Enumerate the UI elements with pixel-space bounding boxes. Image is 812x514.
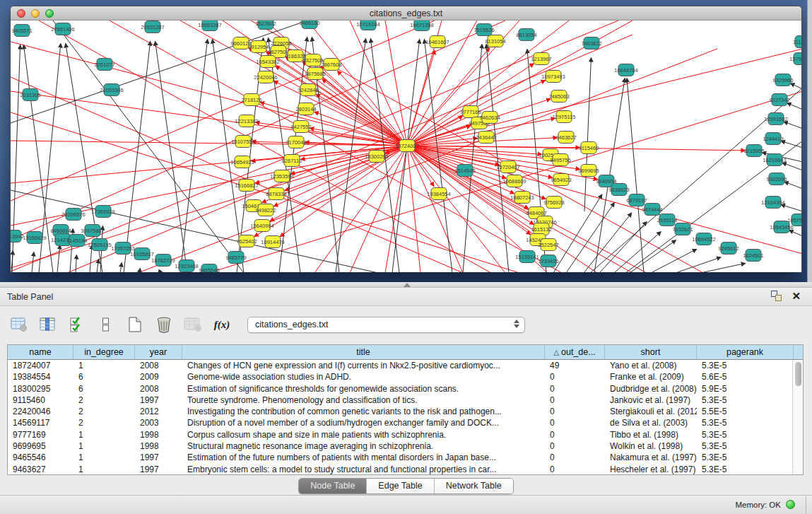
network-node[interactable]: 2436447 [476,132,496,144]
table-mode-button[interactable] [10,315,28,334]
network-edge[interactable] [787,103,801,110]
network-node[interactable]: 9115460 [579,142,599,154]
network-edge[interactable] [385,146,407,272]
network-node[interactable]: 1527602 [255,21,276,30]
table-row[interactable]: 946554611997Estimation of the future num… [8,452,803,463]
show-columns-button[interactable] [39,315,57,334]
network-node[interactable]: 12093582 [764,113,787,125]
network-node[interactable]: 20206576 [61,209,85,221]
network-node[interactable]: 9466160 [299,21,319,29]
network-node[interactable]: 9329966 [772,74,793,86]
vertical-scrollbar[interactable] [792,360,803,474]
network-node[interactable]: 15135141 [515,251,539,263]
network-edge[interactable] [407,146,745,151]
network-node[interactable]: 7463822 [581,37,601,49]
network-node[interactable]: 9170048 [286,136,306,148]
network-edge[interactable] [139,269,140,272]
column-header-out_de[interactable]: △out_de... [545,345,605,359]
network-edge[interactable] [385,21,407,146]
network-node[interactable]: 9227342 [769,94,789,106]
network-node[interactable]: 7625402 [236,235,257,247]
network-node[interactable]: 1514545 [454,165,475,177]
network-edge[interactable] [700,264,745,272]
network-node[interactable]: 9465546 [199,264,219,273]
network-node[interactable]: 7632621 [672,223,693,235]
network-node[interactable]: 9474444 [642,204,662,216]
column-header-short[interactable]: short [605,345,697,359]
table-row[interactable]: 969969511998Structural magnetic resonanc… [8,440,803,452]
network-edge[interactable] [155,42,187,272]
scrollbar-thumb[interactable] [795,362,801,386]
network-edge[interactable] [120,263,122,272]
table-row[interactable]: 977716911998Corpus callosum shape and si… [8,429,803,440]
network-node[interactable]: 20531287 [141,21,164,33]
tab-edge-table[interactable]: Edge Table [367,479,434,493]
network-edge[interactable] [784,182,801,189]
network-node[interactable]: 8427552 [290,121,311,133]
network-node[interactable]: 9912954 [248,41,269,53]
divider-grip-icon[interactable] [404,283,411,287]
new-column-button[interactable] [126,315,144,334]
node-table[interactable]: namein_degreeyeartitle△out_de...shortpag… [7,344,804,475]
column-header-title[interactable]: title [182,345,545,359]
network-edge[interactable] [338,71,407,146]
network-edge[interactable] [316,94,407,146]
network-edge[interactable] [782,163,801,170]
network-node[interactable]: 16914479 [261,236,284,248]
network-edge[interactable] [784,122,801,129]
network-node[interactable]: 8131054 [485,35,505,47]
network-node[interactable]: 9699695 [578,165,599,177]
network-node[interactable]: 2031305 [20,89,40,101]
network-node[interactable]: 10694522 [692,233,715,245]
network-node[interactable]: 12923468 [175,260,198,272]
network-node[interactable]: 1145194 [67,235,88,247]
tab-node-table[interactable]: Node Table [299,479,367,493]
network-edge[interactable] [407,146,801,254]
row-display-button[interactable] [97,315,115,334]
memory-ok-indicator[interactable] [786,500,795,509]
network-edge[interactable] [584,213,632,272]
network-edge[interactable] [76,255,76,272]
table-row[interactable]: 1872400712008Changes of HCN gene express… [8,360,803,371]
network-node[interactable]: 16782739 [151,255,175,267]
network-edge[interactable] [584,58,591,211]
network-node[interactable]: 7485063 [548,90,569,103]
network-node[interactable]: 8267110 [282,155,302,167]
network-node[interactable]: 1624501 [743,250,763,262]
table-row[interactable]: 1830029562008Estimation of significance … [8,383,803,395]
network-node[interactable]: 1213967 [531,53,551,65]
network-node[interactable]: 12104394 [761,197,784,209]
column-header-in_degree[interactable]: in_degree [73,345,135,359]
network-node[interactable]: 8215955 [743,145,764,157]
network-node[interactable]: 30975887 [81,225,104,237]
network-edge[interactable] [486,45,509,272]
network-node[interactable]: 9327508 [302,54,323,66]
network-node[interactable]: 1733426 [538,255,558,267]
network-node[interactable]: 9242848 [298,84,318,96]
column-header-year[interactable]: year [135,345,182,359]
table-row[interactable]: 911546021997Tourette syndrome. Phenomeno… [8,395,803,406]
network-node[interactable]: 9654923 [551,174,571,186]
network-window-titlebar[interactable]: citations_edges.txt [11,6,801,21]
network-node[interactable]: 9302096 [766,173,787,185]
network-edge[interactable] [11,21,435,201]
network-edge[interactable] [90,245,92,272]
network-edge[interactable] [11,146,407,268]
network-node[interactable]: 9495756 [550,154,570,166]
float-panel-icon[interactable] [771,291,782,301]
network-node[interactable]: 10653287 [198,21,221,31]
tab-network-table[interactable]: Network Table [435,479,513,493]
network-node[interactable]: 6879197 [626,194,647,206]
network-node[interactable]: 1615132 [531,223,551,235]
network-node[interactable]: 2051077 [94,59,114,71]
close-panel-icon[interactable]: ✕ [792,291,801,301]
selection-mode-button[interactable] [68,315,86,334]
network-edge[interactable] [781,205,801,211]
network-node[interactable]: 12975115 [553,111,576,123]
network-node[interactable]: 9498222 [255,204,276,216]
delete-column-button[interactable] [155,315,173,334]
network-node[interactable]: 15751874 [789,53,801,65]
network-edge[interactable] [11,141,407,146]
network-edge[interactable] [599,222,647,272]
network-node[interactable]: 27691406 [51,23,74,35]
